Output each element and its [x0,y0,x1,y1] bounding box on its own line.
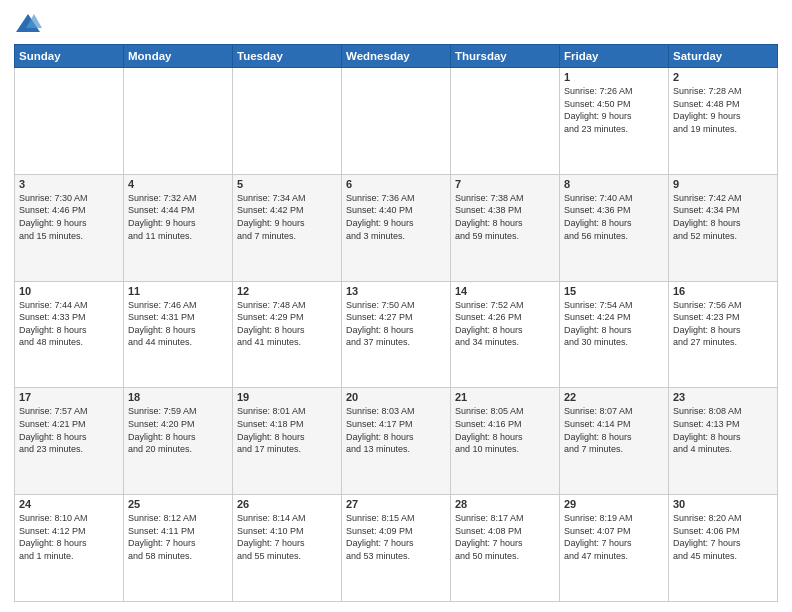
week-row-4: 17Sunrise: 7:57 AM Sunset: 4:21 PM Dayli… [15,388,778,495]
day-cell: 6Sunrise: 7:36 AM Sunset: 4:40 PM Daylig… [342,174,451,281]
day-number: 27 [346,498,446,510]
day-number: 3 [19,178,119,190]
day-info: Sunrise: 8:14 AM Sunset: 4:10 PM Dayligh… [237,512,337,562]
day-number: 6 [346,178,446,190]
day-info: Sunrise: 7:52 AM Sunset: 4:26 PM Dayligh… [455,299,555,349]
day-cell: 3Sunrise: 7:30 AM Sunset: 4:46 PM Daylig… [15,174,124,281]
day-number: 12 [237,285,337,297]
day-number: 16 [673,285,773,297]
day-cell: 10Sunrise: 7:44 AM Sunset: 4:33 PM Dayli… [15,281,124,388]
day-cell [15,68,124,175]
day-cell [233,68,342,175]
day-info: Sunrise: 8:08 AM Sunset: 4:13 PM Dayligh… [673,405,773,455]
day-number: 10 [19,285,119,297]
calendar-header-row: SundayMondayTuesdayWednesdayThursdayFrid… [15,45,778,68]
day-cell: 2Sunrise: 7:28 AM Sunset: 4:48 PM Daylig… [669,68,778,175]
day-number: 5 [237,178,337,190]
day-cell: 22Sunrise: 8:07 AM Sunset: 4:14 PM Dayli… [560,388,669,495]
day-cell: 27Sunrise: 8:15 AM Sunset: 4:09 PM Dayli… [342,495,451,602]
day-info: Sunrise: 7:50 AM Sunset: 4:27 PM Dayligh… [346,299,446,349]
day-info: Sunrise: 7:42 AM Sunset: 4:34 PM Dayligh… [673,192,773,242]
day-info: Sunrise: 7:44 AM Sunset: 4:33 PM Dayligh… [19,299,119,349]
day-number: 26 [237,498,337,510]
day-cell: 5Sunrise: 7:34 AM Sunset: 4:42 PM Daylig… [233,174,342,281]
day-info: Sunrise: 7:30 AM Sunset: 4:46 PM Dayligh… [19,192,119,242]
day-number: 19 [237,391,337,403]
header [14,10,778,38]
day-info: Sunrise: 7:57 AM Sunset: 4:21 PM Dayligh… [19,405,119,455]
day-number: 18 [128,391,228,403]
day-info: Sunrise: 7:28 AM Sunset: 4:48 PM Dayligh… [673,85,773,135]
day-info: Sunrise: 8:03 AM Sunset: 4:17 PM Dayligh… [346,405,446,455]
day-cell: 21Sunrise: 8:05 AM Sunset: 4:16 PM Dayli… [451,388,560,495]
day-cell: 4Sunrise: 7:32 AM Sunset: 4:44 PM Daylig… [124,174,233,281]
week-row-3: 10Sunrise: 7:44 AM Sunset: 4:33 PM Dayli… [15,281,778,388]
day-number: 14 [455,285,555,297]
day-number: 23 [673,391,773,403]
day-number: 22 [564,391,664,403]
day-info: Sunrise: 7:59 AM Sunset: 4:20 PM Dayligh… [128,405,228,455]
day-info: Sunrise: 7:54 AM Sunset: 4:24 PM Dayligh… [564,299,664,349]
day-number: 17 [19,391,119,403]
day-cell: 17Sunrise: 7:57 AM Sunset: 4:21 PM Dayli… [15,388,124,495]
day-cell: 12Sunrise: 7:48 AM Sunset: 4:29 PM Dayli… [233,281,342,388]
page: SundayMondayTuesdayWednesdayThursdayFrid… [0,0,792,612]
col-header-tuesday: Tuesday [233,45,342,68]
day-cell: 8Sunrise: 7:40 AM Sunset: 4:36 PM Daylig… [560,174,669,281]
day-info: Sunrise: 8:01 AM Sunset: 4:18 PM Dayligh… [237,405,337,455]
day-info: Sunrise: 7:38 AM Sunset: 4:38 PM Dayligh… [455,192,555,242]
day-info: Sunrise: 7:46 AM Sunset: 4:31 PM Dayligh… [128,299,228,349]
day-info: Sunrise: 8:15 AM Sunset: 4:09 PM Dayligh… [346,512,446,562]
day-info: Sunrise: 8:10 AM Sunset: 4:12 PM Dayligh… [19,512,119,562]
day-info: Sunrise: 7:34 AM Sunset: 4:42 PM Dayligh… [237,192,337,242]
col-header-thursday: Thursday [451,45,560,68]
day-cell: 11Sunrise: 7:46 AM Sunset: 4:31 PM Dayli… [124,281,233,388]
day-cell: 15Sunrise: 7:54 AM Sunset: 4:24 PM Dayli… [560,281,669,388]
day-number: 15 [564,285,664,297]
day-cell: 25Sunrise: 8:12 AM Sunset: 4:11 PM Dayli… [124,495,233,602]
day-info: Sunrise: 8:20 AM Sunset: 4:06 PM Dayligh… [673,512,773,562]
logo [14,10,46,38]
day-info: Sunrise: 7:32 AM Sunset: 4:44 PM Dayligh… [128,192,228,242]
col-header-monday: Monday [124,45,233,68]
day-cell: 23Sunrise: 8:08 AM Sunset: 4:13 PM Dayli… [669,388,778,495]
day-cell [451,68,560,175]
calendar-table: SundayMondayTuesdayWednesdayThursdayFrid… [14,44,778,602]
day-number: 28 [455,498,555,510]
day-info: Sunrise: 8:19 AM Sunset: 4:07 PM Dayligh… [564,512,664,562]
day-info: Sunrise: 8:12 AM Sunset: 4:11 PM Dayligh… [128,512,228,562]
col-header-wednesday: Wednesday [342,45,451,68]
day-cell: 20Sunrise: 8:03 AM Sunset: 4:17 PM Dayli… [342,388,451,495]
day-info: Sunrise: 8:05 AM Sunset: 4:16 PM Dayligh… [455,405,555,455]
week-row-2: 3Sunrise: 7:30 AM Sunset: 4:46 PM Daylig… [15,174,778,281]
day-number: 30 [673,498,773,510]
day-cell: 7Sunrise: 7:38 AM Sunset: 4:38 PM Daylig… [451,174,560,281]
day-info: Sunrise: 7:48 AM Sunset: 4:29 PM Dayligh… [237,299,337,349]
day-number: 7 [455,178,555,190]
day-info: Sunrise: 7:26 AM Sunset: 4:50 PM Dayligh… [564,85,664,135]
day-cell: 18Sunrise: 7:59 AM Sunset: 4:20 PM Dayli… [124,388,233,495]
day-number: 29 [564,498,664,510]
week-row-5: 24Sunrise: 8:10 AM Sunset: 4:12 PM Dayli… [15,495,778,602]
day-number: 13 [346,285,446,297]
logo-icon [14,10,42,38]
day-cell: 9Sunrise: 7:42 AM Sunset: 4:34 PM Daylig… [669,174,778,281]
day-number: 11 [128,285,228,297]
day-cell: 16Sunrise: 7:56 AM Sunset: 4:23 PM Dayli… [669,281,778,388]
day-number: 24 [19,498,119,510]
day-cell: 14Sunrise: 7:52 AM Sunset: 4:26 PM Dayli… [451,281,560,388]
day-cell: 13Sunrise: 7:50 AM Sunset: 4:27 PM Dayli… [342,281,451,388]
day-number: 20 [346,391,446,403]
day-cell: 19Sunrise: 8:01 AM Sunset: 4:18 PM Dayli… [233,388,342,495]
day-cell: 29Sunrise: 8:19 AM Sunset: 4:07 PM Dayli… [560,495,669,602]
day-number: 1 [564,71,664,83]
day-info: Sunrise: 7:40 AM Sunset: 4:36 PM Dayligh… [564,192,664,242]
day-cell [342,68,451,175]
day-number: 4 [128,178,228,190]
day-cell: 30Sunrise: 8:20 AM Sunset: 4:06 PM Dayli… [669,495,778,602]
day-cell: 26Sunrise: 8:14 AM Sunset: 4:10 PM Dayli… [233,495,342,602]
day-number: 21 [455,391,555,403]
day-info: Sunrise: 8:07 AM Sunset: 4:14 PM Dayligh… [564,405,664,455]
day-cell [124,68,233,175]
col-header-sunday: Sunday [15,45,124,68]
